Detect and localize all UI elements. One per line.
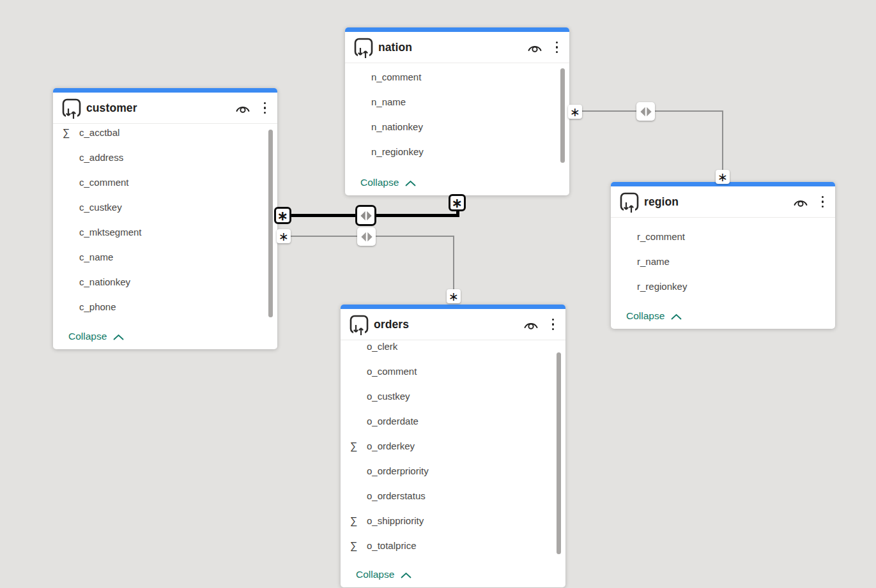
field-row[interactable]: ∑o_shippriority [341,508,565,533]
collapse-label: Collapse [68,331,107,342]
collapse-link[interactable]: Collapse [611,303,835,329]
table-card-header[interactable]: customer [53,93,277,124]
cardinality-badge-many[interactable]: ∗ [716,170,730,184]
field-list: r_comment r_name r_regionkey [611,218,835,303]
field-label: o_orderpriority [367,465,429,476]
scrollbar-thumb[interactable] [560,68,565,163]
table-card-header[interactable]: nation [345,32,569,63]
cardinality-badge-many[interactable]: ∗ [447,289,461,303]
bidirectional-filter-icon[interactable] [636,102,655,121]
chevron-up-icon [400,572,412,579]
field-row[interactable]: ∑o_totalprice [341,533,565,558]
relationship-line-customer-orders[interactable] [453,236,454,290]
cardinality-badge-many[interactable]: ∗ [274,207,291,224]
model-view-canvas[interactable]: customer ∑c_acctbal c_address c_comment … [0,0,876,588]
visibility-eye-icon[interactable] [235,103,250,114]
field-row[interactable]: c_phone [53,294,277,319]
table-card-orders[interactable]: orders o_clerk o_comment o_custkey o_ord… [341,305,565,587]
collapse-label: Collapse [360,177,399,188]
table-sync-icon [619,192,640,215]
field-label: n_name [371,96,406,107]
field-label: o_custkey [367,391,410,402]
table-sync-icon [353,37,374,60]
cardinality-badge-many[interactable]: ∗ [449,194,466,211]
sigma-icon: ∑ [63,127,75,139]
relationship-line-nation-region[interactable] [722,110,723,170]
field-row[interactable]: o_custkey [341,384,565,409]
table-card-header[interactable]: region [611,186,835,218]
field-row[interactable]: o_orderstatus [341,483,565,508]
field-label: r_comment [637,231,685,242]
field-row[interactable]: o_orderdate [341,409,565,433]
chevron-up-icon [112,334,125,341]
field-row[interactable]: c_comment [53,170,277,195]
scrollbar-thumb[interactable] [557,352,561,554]
card-accent-bar [341,305,565,309]
table-card-nation[interactable]: nation n_comment n_name n_nationkey n_re… [345,27,569,195]
sigma-icon: ∑ [350,540,363,552]
field-label: o_orderkey [367,441,415,451]
table-card-region[interactable]: region r_comment r_name r_regionkey Coll… [611,182,835,329]
more-options-kebab-icon[interactable] [261,100,269,116]
visibility-eye-icon[interactable] [523,319,539,330]
chevron-up-icon [404,180,417,187]
card-accent-bar [53,88,277,93]
field-label: c_custkey [79,202,122,213]
collapse-link[interactable]: Collapse [341,562,565,587]
visibility-eye-icon[interactable] [793,197,808,207]
field-row[interactable]: n_name [345,89,569,114]
bidirectional-filter-icon[interactable] [355,205,376,226]
field-row[interactable]: n_comment [345,64,569,89]
field-row[interactable]: r_comment [611,224,835,249]
card-accent-bar [345,27,569,32]
table-card-header[interactable]: orders [341,309,565,340]
field-row[interactable]: c_nationkey [53,269,277,294]
sigma-icon: ∑ [350,515,363,527]
collapse-link[interactable]: Collapse [345,170,569,195]
field-label: c_nationkey [79,276,130,287]
field-row[interactable]: o_comment [341,359,565,384]
field-row[interactable]: ∑c_acctbal [53,124,277,145]
visibility-eye-icon[interactable] [527,42,542,53]
cardinality-badge-many[interactable]: ∗ [568,105,582,119]
field-row[interactable]: r_name [611,249,835,274]
collapse-link[interactable]: Collapse [53,324,277,349]
collapse-label: Collapse [356,569,394,580]
field-label: c_comment [79,177,129,188]
asterisk-glyph: ∗ [279,230,289,243]
field-label: n_regionkey [371,146,424,157]
field-row[interactable]: n_nationkey [345,114,569,139]
more-options-kebab-icon[interactable] [549,317,557,333]
field-label: o_comment [367,366,417,377]
asterisk-glyph: ∗ [718,171,728,183]
field-row[interactable]: r_regionkey [611,274,835,299]
field-label: r_name [637,256,670,267]
more-options-kebab-icon[interactable] [553,40,561,56]
table-sync-icon [349,314,369,337]
field-label: o_shippriority [367,515,424,526]
more-options-kebab-icon[interactable] [819,194,827,210]
scrollbar-thumb[interactable] [268,130,273,317]
field-label: r_regionkey [637,281,687,292]
field-label: c_phone [79,301,116,312]
field-row[interactable]: c_custkey [53,195,277,220]
field-row[interactable]: n_regionkey [345,139,569,164]
bidirectional-filter-icon[interactable] [357,227,376,246]
collapse-label: Collapse [626,310,665,322]
field-label: o_totalprice [367,540,417,551]
field-label: c_acctbal [79,127,119,138]
cardinality-badge-many[interactable]: ∗ [277,229,291,243]
asterisk-glyph: ∗ [452,197,463,209]
field-row[interactable]: o_clerk [341,340,565,359]
field-row[interactable]: c_mktsegment [53,220,277,245]
field-row[interactable]: c_name [53,245,277,269]
field-row[interactable]: ∑o_orderkey [341,433,565,458]
table-sync-icon [61,98,82,121]
asterisk-glyph: ∗ [449,290,459,303]
chevron-up-icon [670,313,682,320]
table-card-customer[interactable]: customer ∑c_acctbal c_address c_comment … [53,88,277,349]
field-row[interactable]: c_address [53,145,277,170]
table-title: customer [86,102,235,115]
field-row[interactable]: o_orderpriority [341,458,565,483]
table-title: orders [374,318,523,331]
